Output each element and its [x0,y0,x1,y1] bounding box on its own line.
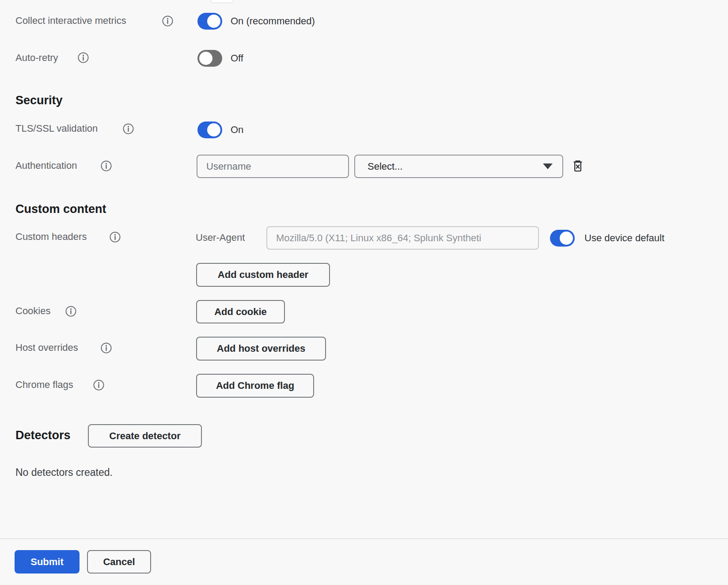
info-icon[interactable] [109,231,121,243]
auth-type-select[interactable]: Select... [354,155,563,178]
auto-retry-state: Off [231,52,243,65]
detectors-section-title: Detectors [15,428,71,443]
custom-content-section-title: Custom content [15,201,106,217]
user-agent-input[interactable] [266,226,539,250]
toggle-knob [207,123,220,137]
collect-metrics-label: Collect interactive metrics [15,15,126,27]
delete-auth-button[interactable] [571,159,585,173]
collect-metrics-state: On (recommended) [231,15,315,27]
info-icon[interactable] [100,342,112,354]
toggle-knob [199,52,212,65]
auto-retry-label: Auto-retry [15,52,58,64]
info-icon[interactable] [100,160,112,172]
tls-validation-label: TLS/SSL validation [15,122,98,135]
add-custom-header-button[interactable]: Add custom header [196,263,330,287]
chevron-down-icon [543,163,553,169]
authentication-label: Authentication [15,160,77,172]
cookies-label: Cookies [15,305,50,317]
host-overrides-label: Host overrides [15,342,78,354]
submit-button[interactable]: Submit [15,550,80,574]
footer-divider [0,538,728,539]
toggle-knob [207,15,220,28]
user-agent-field-label: User-Agent [196,232,245,244]
info-icon[interactable] [65,305,77,317]
use-device-default-label: Use device default [584,232,664,244]
info-icon[interactable] [93,379,105,391]
info-icon[interactable] [122,123,134,135]
collect-metrics-toggle[interactable] [197,13,222,30]
add-cookie-button[interactable]: Add cookie [196,300,285,323]
no-detectors-text: No detectors created. [15,466,113,479]
auth-type-select-value: Select... [368,161,543,172]
custom-headers-label: Custom headers [15,231,87,243]
trash-icon [571,159,585,173]
use-device-default-toggle[interactable] [550,230,575,247]
info-icon[interactable] [77,52,89,64]
add-host-overrides-button[interactable]: Add host overrides [196,337,326,361]
info-icon[interactable] [162,15,174,27]
cancel-button[interactable]: Cancel [87,550,151,574]
toggle-knob [560,232,573,245]
settings-form: Collect interactive metrics On (recommen… [0,0,728,585]
create-detector-button[interactable]: Create detector [88,424,202,448]
security-section-title: Security [15,93,63,108]
tls-validation-toggle[interactable] [197,122,222,138]
cutoff-control-top [210,0,234,3]
username-input[interactable] [197,155,349,178]
tls-validation-state: On [231,124,243,136]
auto-retry-toggle[interactable] [197,50,222,67]
chrome-flags-label: Chrome flags [15,379,73,391]
add-chrome-flag-button[interactable]: Add Chrome flag [196,374,314,398]
